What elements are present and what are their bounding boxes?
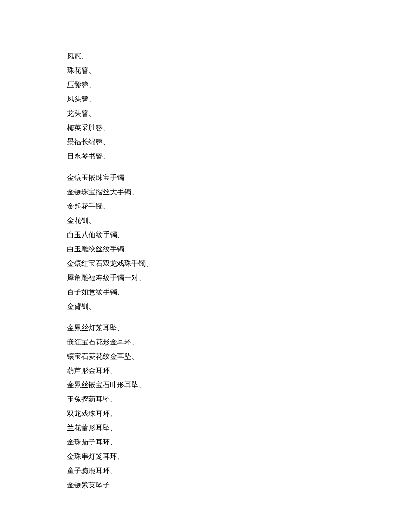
text-line: 金花钏、: [67, 214, 411, 228]
text-line: 金镶红宝石双龙戏珠手镯、: [67, 256, 411, 271]
group-2: 金镶玉嵌珠宝手镯、 金镶珠宝摺丝大手镯、 金起花手镯、 金花钏、 白玉八仙纹手镯…: [67, 171, 411, 314]
text-line: 葫芦形金耳环、: [67, 364, 411, 378]
group-3: 金累丝灯笼耳坠、 嵌红宝石花形金耳环、 镶宝石菱花纹金耳坠、 葫芦形金耳环、 金…: [67, 321, 411, 492]
text-line: 双龙戏珠耳环、: [67, 406, 411, 421]
text-line: 金镶珠宝摺丝大手镯、: [67, 185, 411, 199]
text-line: 压鬓簪、: [67, 78, 411, 92]
text-line: 金珠串灯笼耳环、: [67, 449, 411, 464]
text-line: 兰花蕾形耳坠、: [67, 421, 411, 435]
text-line: 梅英采胜簪、: [67, 121, 411, 135]
text-line: 白玉雕绞丝纹手镯、: [67, 242, 411, 256]
text-line: 金镶紫英坠子: [67, 478, 411, 492]
text-line: 金珠茄子耳环、: [67, 435, 411, 449]
text-line: 镶宝石菱花纹金耳坠、: [67, 349, 411, 364]
text-line: 龙头簪、: [67, 106, 411, 121]
text-line: 嵌红宝石花形金耳环、: [67, 335, 411, 349]
text-line: 珠花簪、: [67, 63, 411, 78]
text-line: 金臂钏、: [67, 299, 411, 314]
text-line: 白玉八仙纹手镯、: [67, 228, 411, 242]
text-line: 金镶玉嵌珠宝手镯、: [67, 171, 411, 185]
text-line: 凤头簪、: [67, 92, 411, 106]
text-line: 童子骑鹿耳环、: [67, 464, 411, 478]
text-line: 金累丝嵌宝石叶形耳坠、: [67, 378, 411, 392]
group-1: 凤冠、 珠花簪、 压鬓簪、 凤头簪、 龙头簪、 梅英采胜簪、 景福长绵簪、 日永…: [67, 49, 411, 163]
document-page: 凤冠、 珠花簪、 压鬓簪、 凤头簪、 龙头簪、 梅英采胜簪、 景福长绵簪、 日永…: [0, 0, 411, 532]
text-line: 犀角雕福寿纹手镯一对、: [67, 271, 411, 285]
text-line: 日永琴书簪、: [67, 149, 411, 163]
text-line: 凤冠、: [67, 49, 411, 63]
text-line: 景福长绵簪、: [67, 135, 411, 149]
text-line: 玉兔捣药耳坠、: [67, 392, 411, 406]
text-line: 金累丝灯笼耳坠、: [67, 321, 411, 335]
text-line: 金起花手镯、: [67, 199, 411, 214]
text-line: 百子如意纹手镯、: [67, 285, 411, 299]
